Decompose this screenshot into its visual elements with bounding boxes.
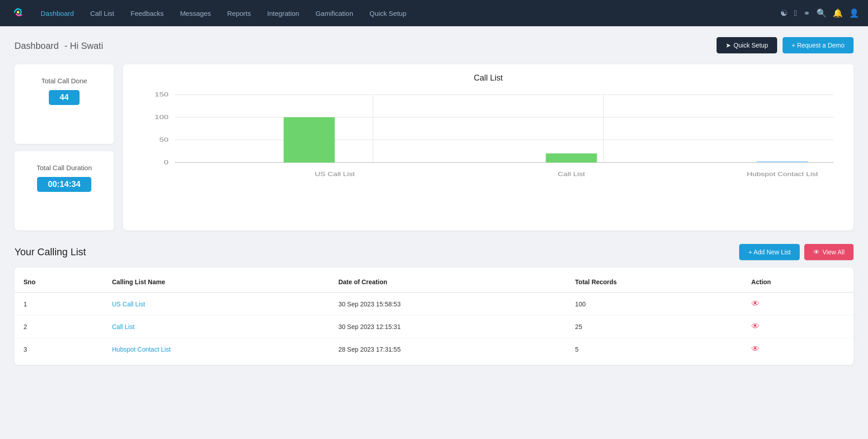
total-call-duration-card: Total Call Duration 00:14:34 [14,151,114,231]
view-icon[interactable]: 👁 [751,344,760,353]
svg-text:0: 0 [164,159,168,166]
cell-action: 👁 [742,315,854,338]
main-content: Dashboard - Hi Swati ➤ Quick Setup + Req… [0,26,868,376]
cell-name[interactable]: US Call List [103,292,330,315]
calling-list-table-card: Sno Calling List Name Date of Creation T… [14,267,854,365]
cell-date: 30 Sep 2023 12:15:31 [329,315,566,338]
table-row: 1 US Call List 30 Sep 2023 15:58:53 100 … [14,292,854,315]
navbar: Dashboard Call List Feedbacks Messages R… [0,0,868,26]
cell-records: 100 [566,292,742,315]
cell-action: 👁 [742,292,854,315]
header-buttons: ➤ Quick Setup + Request a Demo [717,37,854,53]
cell-name[interactable]: Hubspot Contact List [103,338,330,361]
notification-icon[interactable]: 🔔 [833,8,843,18]
nav-integration[interactable]: Integration [259,0,307,26]
cell-sno: 3 [14,338,103,361]
table-row: 3 Hubspot Contact List 28 Sep 2023 17:31… [14,338,854,361]
table-header-row: Sno Calling List Name Date of Creation T… [14,272,854,292]
cell-action: 👁 [742,338,854,361]
svg-text:150: 150 [155,91,169,98]
add-new-list-button[interactable]: + Add New List [739,244,800,260]
total-call-duration-label: Total Call Duration [37,164,92,172]
help-icon[interactable]: ⚭ [803,8,810,18]
svg-text:50: 50 [159,137,169,143]
eye-icon: 👁 [813,248,820,256]
cell-name[interactable]: Call List [103,315,330,338]
user-icon[interactable]: 👤 [849,8,859,18]
stats-cards: Total Call Done 44 Total Call Duration 0… [14,64,114,230]
calling-list-title: Your Calling List [14,246,86,258]
nav-links: Dashboard Call List Feedbacks Messages R… [33,0,780,26]
nav-quick-setup[interactable]: Quick Setup [361,0,415,26]
bar-call-list [546,153,597,162]
svg-point-1 [17,11,19,14]
quick-setup-button[interactable]: ➤ Quick Setup [717,37,777,53]
chart-card: Call List 150 100 50 0 [123,64,854,230]
search-icon[interactable]: 🔍 [816,8,826,18]
page-title: Dashboard - Hi Swati [14,39,103,52]
cell-records: 5 [566,338,742,361]
cell-sno: 2 [14,315,103,338]
col-date: Date of Creation [329,272,566,292]
svg-text:US Call List: US Call List [315,171,355,177]
table-row: 2 Call List 30 Sep 2023 12:15:31 25 👁 [14,315,854,338]
logo[interactable] [9,3,27,23]
svg-text:100: 100 [155,114,169,120]
request-demo-button[interactable]: + Request a Demo [783,37,854,53]
chart-area: 150 100 50 0 US Call List Call List [137,90,840,217]
total-call-done-value: 44 [49,90,80,105]
cell-date: 30 Sep 2023 15:58:53 [329,292,566,315]
cell-records: 25 [566,315,742,338]
total-call-duration-value: 00:14:34 [37,177,91,192]
nav-messages[interactable]: Messages [172,0,219,26]
nav-icons: ☯  ⚭ 🔍 🔔 👤 [780,8,859,18]
view-icon[interactable]: 👁 [751,322,760,331]
svg-text:Call List: Call List [558,171,585,177]
android-icon[interactable]: ☯ [780,8,788,18]
col-sno: Sno [14,272,103,292]
calling-list-buttons: + Add New List 👁 View All [739,244,854,260]
calling-list-table: Sno Calling List Name Date of Creation T… [14,272,854,360]
send-icon: ➤ [726,42,731,49]
page-header: Dashboard - Hi Swati ➤ Quick Setup + Req… [14,37,854,53]
chart-title: Call List [137,73,840,83]
stats-and-chart: Total Call Done 44 Total Call Duration 0… [14,64,854,230]
view-icon[interactable]: 👁 [751,299,760,308]
col-records: Total Records [566,272,742,292]
cell-sno: 1 [14,292,103,315]
apple-icon[interactable]:  [794,9,797,18]
total-call-done-label: Total Call Done [41,77,87,85]
view-all-button[interactable]: 👁 View All [804,244,854,260]
nav-dashboard[interactable]: Dashboard [33,0,82,26]
total-call-done-card: Total Call Done 44 [14,64,114,144]
col-action: Action [742,272,854,292]
nav-reports[interactable]: Reports [219,0,259,26]
bar-us-call-list [283,117,335,162]
nav-call-list[interactable]: Call List [82,0,122,26]
nav-gamification[interactable]: Gamification [307,0,361,26]
bar-hubspot [757,161,808,162]
col-name: Calling List Name [103,272,330,292]
nav-feedbacks[interactable]: Feedbacks [123,0,172,26]
cell-date: 28 Sep 2023 17:31:55 [329,338,566,361]
chart-svg: 150 100 50 0 US Call List Call List [137,90,840,217]
svg-text:Hubspot Contact List: Hubspot Contact List [747,171,818,177]
calling-list-section-header: Your Calling List + Add New List 👁 View … [14,244,854,260]
